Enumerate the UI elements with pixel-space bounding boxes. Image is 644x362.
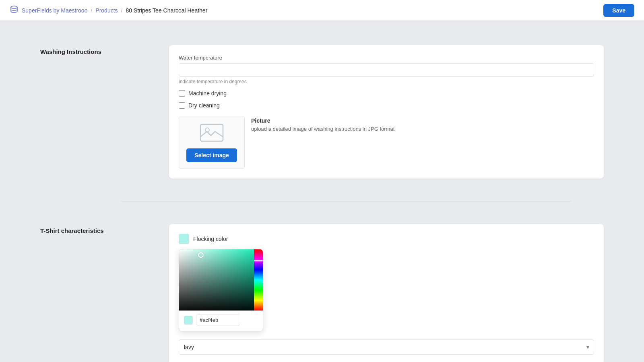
- picture-upload-area: Select image Picture upload a detailed i…: [179, 116, 594, 169]
- water-temp-input[interactable]: [179, 63, 594, 77]
- select-image-button[interactable]: Select image: [186, 148, 237, 162]
- tshirt-section-title: T-Shirt characteristics: [40, 227, 169, 234]
- hue-bar[interactable]: [254, 249, 263, 311]
- breadcrumb-app[interactable]: SuperFields by Maestrooo: [22, 7, 87, 14]
- page-content: Washing Instructions Water temperature i…: [40, 21, 604, 362]
- breadcrumb-sep2: /: [121, 7, 123, 14]
- hue-cursor: [254, 260, 263, 261]
- flocking-color-dropdown-field: lavy Navy White Black Red ▾: [179, 339, 594, 355]
- picture-hint: upload a detailed image of washing instr…: [251, 126, 394, 132]
- breadcrumb: SuperFields by Maestrooo / Products / 80…: [10, 5, 207, 16]
- breadcrumb-products[interactable]: Products: [95, 7, 118, 14]
- color-picker-popup[interactable]: [179, 249, 263, 331]
- flocking-color-row: Flocking color: [179, 234, 594, 244]
- picture-label: Picture: [251, 117, 394, 124]
- section-divider-1: [121, 201, 572, 202]
- tshirt-section-card: Flocking color: [169, 224, 604, 362]
- washing-instructions-section: Washing Instructions Water temperature i…: [40, 34, 604, 190]
- water-temp-hint: indicate temperature in degrees: [179, 79, 594, 84]
- water-temp-field: Water temperature indicate temperature i…: [179, 55, 594, 84]
- washing-section-label: Washing Instructions: [40, 45, 169, 179]
- breadcrumb-current-page: 80 Stripes Tee Charcoal Heather: [126, 7, 207, 14]
- color-gradient-canvas[interactable]: [179, 249, 254, 311]
- dry-cleaning-row: Dry cleaning: [179, 102, 594, 109]
- machine-drying-row: Machine drying: [179, 90, 594, 97]
- color-picker-bottom: [179, 311, 263, 325]
- tshirt-section-label: T-Shirt characteristics: [40, 224, 169, 362]
- image-upload-info: Picture upload a detailed image of washi…: [251, 116, 394, 132]
- flocking-color-label: Flocking color: [193, 236, 228, 242]
- save-button[interactable]: Save: [603, 4, 634, 17]
- machine-drying-label[interactable]: Machine drying: [188, 90, 227, 97]
- topbar: SuperFields by Maestrooo / Products / 80…: [0, 0, 644, 21]
- color-picker-gradient-area[interactable]: [179, 249, 263, 311]
- machine-drying-checkbox[interactable]: [179, 90, 185, 97]
- breadcrumb-sep1: /: [91, 7, 92, 14]
- app-icon: [10, 5, 19, 16]
- water-temp-label: Water temperature: [179, 55, 594, 61]
- svg-point-0: [11, 6, 17, 8]
- dry-cleaning-checkbox[interactable]: [179, 102, 185, 109]
- gradient-cursor: [198, 252, 204, 258]
- svg-rect-1: [200, 124, 223, 141]
- color-hex-swatch: [184, 316, 193, 325]
- color-hex-input[interactable]: [196, 315, 240, 325]
- washing-section-title: Washing Instructions: [40, 48, 169, 55]
- image-placeholder-icon: [200, 123, 224, 143]
- dry-cleaning-label[interactable]: Dry cleaning: [188, 102, 220, 109]
- flocking-color-dropdown[interactable]: lavy Navy White Black Red: [179, 339, 594, 355]
- tshirt-characteristics-section: T-Shirt characteristics Flocking color: [40, 213, 604, 362]
- washing-section-card: Water temperature indicate temperature i…: [169, 45, 604, 179]
- flocking-color-swatch[interactable]: [179, 234, 189, 244]
- image-preview-box: Select image: [179, 116, 245, 169]
